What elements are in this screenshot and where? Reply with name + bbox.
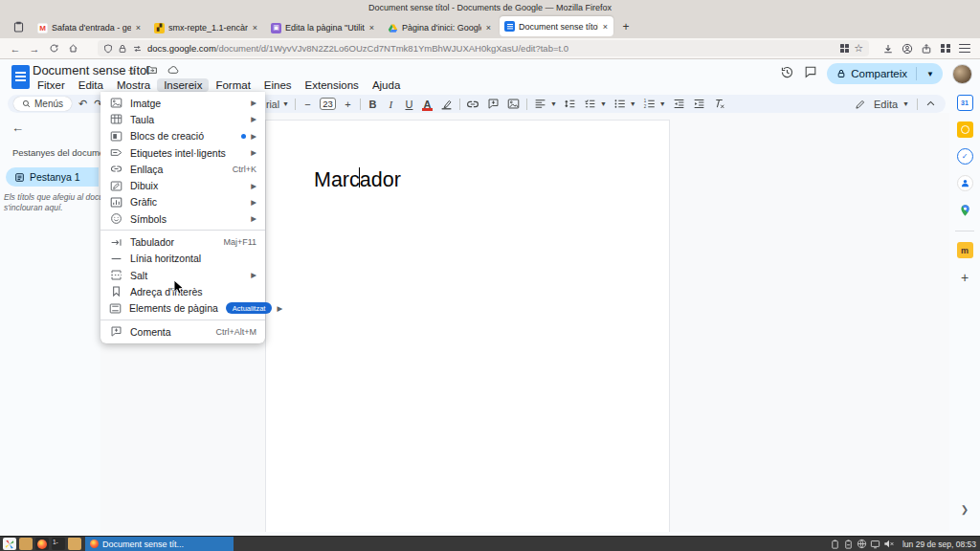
document-tab-item[interactable]: Pestanya 1 — [6, 167, 99, 187]
menu-edita[interactable]: Edita — [72, 78, 110, 92]
increase-indent-button[interactable] — [692, 97, 706, 111]
account-icon[interactable] — [898, 40, 917, 57]
tasks-icon[interactable]: ✓ — [957, 148, 973, 165]
font-size-increase-button[interactable]: + — [342, 99, 354, 110]
underline-button[interactable]: U — [403, 99, 415, 110]
italic-button[interactable]: I — [385, 99, 397, 110]
calendar-icon[interactable]: 31 — [957, 95, 973, 111]
numbered-list-dropdown-icon[interactable]: ▼ — [659, 100, 666, 107]
browser-tab-gmail[interactable]: M Safata d'entrada - gerard.m × — [33, 17, 146, 38]
menu-item-tabulador[interactable]: Tabulador Maj+F11 — [100, 233, 265, 250]
comments-icon[interactable] — [804, 65, 817, 82]
align-dropdown-icon[interactable]: ▼ — [550, 100, 557, 107]
firefox-launcher-icon[interactable] — [35, 538, 49, 550]
taskbar-active-window[interactable]: Document sense tít... — [85, 537, 234, 551]
add-comment-button[interactable] — [486, 97, 501, 111]
font-family-select[interactable]: rial — [266, 99, 279, 110]
menu-item-comenta[interactable]: Comenta Ctrl+Alt+M — [100, 323, 265, 340]
highlight-color-button[interactable] — [439, 97, 454, 111]
font-family-dropdown-icon[interactable]: ▼ — [282, 100, 289, 107]
hide-toolbar-icon[interactable] — [925, 99, 936, 109]
document-text[interactable]: Marcador — [314, 168, 401, 192]
applications-menu-icon[interactable] — [3, 538, 16, 550]
back-icon[interactable]: ← — [6, 40, 25, 57]
menu-fitxer[interactable]: Fitxer — [31, 78, 72, 92]
menu-item-taula[interactable]: Taula ▶ — [100, 111, 265, 127]
font-size-decrease-button[interactable]: − — [301, 99, 314, 110]
insert-link-button[interactable] — [466, 97, 480, 111]
bulleted-list-button[interactable] — [612, 97, 627, 111]
menu-insereix[interactable]: Insereix — [157, 78, 209, 92]
close-sidebar-icon[interactable]: ← — [11, 121, 24, 135]
insert-image-button[interactable] — [506, 97, 521, 111]
page-actions-grid-icon[interactable] — [840, 44, 850, 54]
checklist-button[interactable] — [583, 97, 597, 111]
menu-item-imatge[interactable]: Imatge ▶ — [100, 95, 265, 111]
menu-item-simbols[interactable]: Símbols ▶ — [100, 210, 265, 227]
lock-icon[interactable] — [118, 44, 127, 54]
display-icon[interactable] — [870, 540, 880, 549]
menu-item-enllaca[interactable]: Enllaça Ctrl+K — [100, 161, 265, 177]
browser-tab-repte[interactable]: ▞ smx-repte_1.1-encàrrecs-gr × — [149, 17, 263, 38]
browser-tab-edita-pagina[interactable]: ▣ Edita la pàgina "Utilització d × — [266, 17, 380, 38]
editing-mode-select[interactable]: Edita — [874, 99, 898, 110]
version-history-icon[interactable] — [780, 65, 794, 83]
menu-item-etiquetes-intelligents[interactable]: Etiquetes intel·ligents ▶ — [100, 144, 265, 161]
share-button[interactable]: Comparteix ▼ — [827, 63, 943, 84]
menu-item-linia-horitzontal[interactable]: Línia horitzontal — [100, 251, 265, 267]
tab-close-icon[interactable]: × — [252, 23, 258, 33]
editing-mode-dropdown-icon[interactable]: ▼ — [902, 100, 909, 107]
text-color-button[interactable]: A — [421, 99, 434, 110]
battery-secondary-icon[interactable] — [843, 540, 854, 549]
downloads-icon[interactable] — [879, 40, 898, 57]
menus-search-button[interactable]: Menús — [13, 97, 72, 111]
move-folder-icon[interactable] — [145, 64, 158, 77]
reload-icon[interactable] — [44, 40, 63, 57]
bookmark-star-icon[interactable]: ☆ — [854, 42, 863, 55]
shield-icon[interactable] — [103, 44, 113, 54]
url-text[interactable]: docs.google.com/document/d/1WyvVJv8N2Z2L… — [147, 43, 835, 54]
extensions-grid-icon[interactable] — [936, 40, 955, 57]
contacts-icon[interactable] — [957, 175, 973, 191]
checklist-dropdown-icon[interactable]: ▼ — [600, 100, 607, 107]
menu-item-blocs-de-creacio[interactable]: Blocs de creació ▶ — [100, 128, 265, 144]
numbered-list-button[interactable]: 12 — [642, 97, 657, 111]
user-avatar[interactable] — [952, 64, 972, 84]
undo-icon[interactable]: ↶ — [78, 98, 87, 110]
network-icon[interactable] — [857, 539, 867, 549]
clear-formatting-button[interactable] — [712, 97, 726, 111]
bulleted-list-dropdown-icon[interactable]: ▼ — [630, 100, 636, 107]
line-spacing-button[interactable] — [563, 97, 577, 111]
share-dropdown-icon[interactable]: ▼ — [922, 70, 939, 78]
menu-eines[interactable]: Eines — [257, 78, 299, 92]
add-addon-icon[interactable]: + — [957, 269, 973, 285]
tab-close-icon[interactable]: × — [135, 23, 142, 33]
url-bar[interactable]: docs.google.com/document/d/1WyvVJv8N2Z2L… — [98, 40, 869, 56]
browser-tab-docs-active[interactable]: Document sense títol - Doc × — [500, 16, 613, 36]
tab-close-icon[interactable]: × — [368, 23, 375, 33]
menu-mostra[interactable]: Mostra — [110, 78, 157, 92]
new-tab-button[interactable]: + — [616, 17, 635, 36]
hide-side-panel-icon[interactable]: ❯ — [961, 504, 969, 515]
menu-item-elements-de-pagina[interactable]: Elements de pàgina Actualitzat▶ — [100, 300, 265, 317]
font-size-input[interactable]: 23 — [320, 98, 336, 110]
app-menu-icon[interactable] — [955, 40, 974, 57]
menu-ajuda[interactable]: Ajuda — [366, 78, 407, 92]
addon-icon[interactable]: m — [957, 242, 973, 258]
clock[interactable]: lun 29 de sep, 08:53 — [902, 540, 976, 549]
cloud-saved-icon[interactable] — [167, 64, 180, 77]
volume-muted-icon[interactable] — [883, 539, 895, 549]
keep-icon[interactable] — [957, 121, 973, 138]
menu-format[interactable]: Format — [209, 78, 256, 92]
export-icon[interactable] — [917, 40, 936, 57]
menu-item-grafic[interactable]: Gràfic ▶ — [100, 194, 265, 210]
tab-close-icon[interactable]: × — [602, 22, 609, 32]
bold-button[interactable]: B — [367, 99, 379, 110]
tab-close-icon[interactable]: × — [485, 23, 492, 33]
menu-extensions[interactable]: Extensions — [299, 78, 366, 92]
firefox-view-icon[interactable] — [8, 17, 29, 36]
menu-item-dibuix[interactable]: Dibuix ▶ — [100, 177, 265, 193]
workspace-switcher[interactable]: 1- — [52, 538, 65, 550]
google-docs-icon[interactable] — [11, 65, 30, 89]
browser-tab-drive[interactable]: Pàgina d'inici: Google Drive × — [383, 17, 497, 38]
